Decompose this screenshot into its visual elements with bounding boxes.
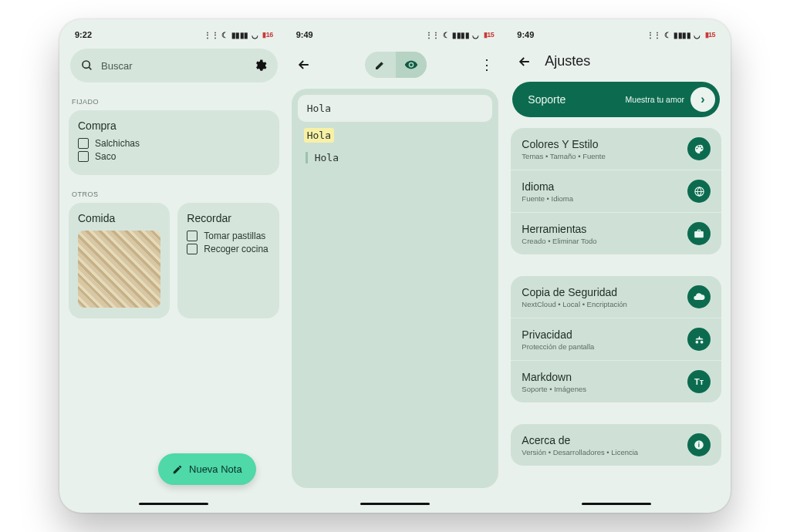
note-card-recordar[interactable]: Recordar Tomar pastillas Recoger cocina bbox=[177, 203, 279, 318]
dnd-icon: ☾ bbox=[221, 31, 228, 39]
checklist-item[interactable]: Recoger cocina bbox=[187, 244, 269, 254]
search-icon bbox=[81, 59, 93, 72]
note-image bbox=[78, 231, 160, 308]
signal-icon: ▮▮▮▮ bbox=[231, 31, 248, 39]
settings-item-sub: Protección de pantalla bbox=[522, 342, 594, 351]
settings-item-sub: Soporte • Imágenes bbox=[522, 385, 586, 393]
status-icons: ⋮⋮ ☾ ▮▮▮▮ ◡ ▮16 bbox=[204, 31, 273, 39]
settings-item-language[interactable]: Idioma Fuente • Idioma bbox=[511, 170, 721, 213]
status-time: 9:49 bbox=[296, 30, 313, 39]
dnd-icon: ☾ bbox=[664, 31, 671, 39]
support-button[interactable]: Soporte Muestra tu amor › bbox=[512, 82, 720, 117]
settings-item-sub: NextCloud • Local • Encriptación bbox=[522, 300, 627, 308]
settings-item-title: Idioma bbox=[522, 180, 573, 193]
checklist-label: Tomar pastillas bbox=[204, 231, 265, 241]
palette-icon bbox=[687, 137, 711, 160]
status-icons: ⋮⋮ ☾ ▮▮▮▮ ◡ ▮15 bbox=[425, 31, 495, 39]
nav-handle[interactable] bbox=[139, 503, 208, 506]
new-note-fab[interactable]: Nueva Nota bbox=[158, 453, 256, 485]
checkbox-icon[interactable] bbox=[187, 231, 198, 241]
settings-item-sub: Creado • Eliminar Todo bbox=[522, 237, 596, 245]
search-placeholder: Buscar bbox=[101, 60, 253, 72]
chevron-right-icon: › bbox=[690, 87, 715, 112]
svg-text:i: i bbox=[698, 442, 700, 449]
settings-item-sub: Fuente • Idioma bbox=[522, 194, 573, 203]
battery-icon: ▮15 bbox=[705, 31, 716, 39]
checklist-item[interactable]: Salchichas bbox=[78, 138, 270, 149]
checklist-label: Saco bbox=[95, 151, 116, 162]
note-line-highlighted: Hola bbox=[304, 128, 334, 143]
settings-item-title: Copia de Seguridad bbox=[522, 286, 627, 298]
device-frame: 9:22 ⋮⋮ ☾ ▮▮▮▮ ◡ ▮16 Buscar FIJADO Compr… bbox=[59, 19, 731, 513]
note-card-comida[interactable]: Comida bbox=[69, 203, 170, 318]
fab-label: Nueva Nota bbox=[189, 463, 242, 475]
preview-mode-icon[interactable] bbox=[396, 52, 427, 78]
status-icons: ⋮⋮ ☾ ▮▮▮▮ ◡ ▮15 bbox=[647, 31, 716, 39]
status-time: 9:22 bbox=[75, 30, 92, 39]
text-icon: Tт bbox=[687, 370, 711, 393]
status-time: 9:49 bbox=[517, 30, 534, 39]
cloud-icon bbox=[687, 285, 711, 308]
status-bar: 9:49 ⋮⋮ ☾ ▮▮▮▮ ◡ ▮15 bbox=[290, 27, 501, 49]
nav-handle[interactable] bbox=[582, 503, 651, 506]
section-label-pinned: FIJADO bbox=[72, 98, 276, 106]
gear-icon[interactable] bbox=[253, 59, 267, 72]
settings-item-tools[interactable]: Herramientas Creado • Eliminar Todo bbox=[511, 213, 721, 254]
checklist-label: Salchichas bbox=[95, 138, 140, 149]
page-title: Ajustes bbox=[545, 53, 590, 69]
info-icon: i bbox=[687, 433, 711, 456]
card-title: Recordar bbox=[187, 212, 269, 224]
battery-icon: ▮16 bbox=[262, 31, 273, 39]
status-bar: 9:49 ⋮⋮ ☾ ▮▮▮▮ ◡ ▮15 bbox=[511, 27, 721, 49]
settings-item-title: Acerca de bbox=[522, 434, 638, 446]
settings-item-title: Herramientas bbox=[522, 223, 596, 235]
checkbox-icon[interactable] bbox=[78, 151, 89, 162]
wifi-icon: ◡ bbox=[252, 31, 258, 39]
card-title: Comida bbox=[78, 212, 160, 224]
back-arrow-icon[interactable] bbox=[296, 57, 312, 72]
incognito-icon bbox=[687, 328, 711, 351]
settings-item-backup[interactable]: Copia de Seguridad NextCloud • Local • E… bbox=[511, 276, 721, 318]
note-content-panel: Hola Hola Hola bbox=[292, 89, 499, 488]
svg-line-1 bbox=[89, 67, 91, 69]
pane-settings: 9:49 ⋮⋮ ☾ ▮▮▮▮ ◡ ▮15 Ajustes Soporte Mue… bbox=[511, 27, 721, 508]
pencil-icon bbox=[172, 464, 183, 475]
settings-item-about[interactable]: Acerca de Versión • Desarrolladores • Li… bbox=[511, 424, 721, 466]
bluetooth-icon: ⋮⋮ bbox=[425, 31, 440, 39]
svg-point-0 bbox=[83, 61, 89, 68]
support-cta: Muestra tu amor bbox=[626, 95, 684, 104]
checkbox-icon[interactable] bbox=[78, 138, 89, 149]
search-bar[interactable]: Buscar bbox=[70, 49, 278, 82]
bluetooth-icon: ⋮⋮ bbox=[204, 31, 218, 39]
signal-icon: ▮▮▮▮ bbox=[674, 31, 690, 39]
signal-icon: ▮▮▮▮ bbox=[452, 31, 469, 39]
wifi-icon: ◡ bbox=[472, 31, 479, 39]
settings-list: Colores Y Estilo Temas • Tamaño • Fuente… bbox=[511, 128, 721, 466]
checklist-item[interactable]: Saco bbox=[78, 151, 270, 162]
settings-item-colors[interactable]: Colores Y Estilo Temas • Tamaño • Fuente bbox=[511, 128, 721, 170]
settings-item-sub: Versión • Desarrolladores • Licencia bbox=[522, 448, 638, 456]
support-label: Soporte bbox=[528, 93, 565, 106]
settings-topbar: Ajustes bbox=[511, 49, 721, 82]
back-arrow-icon[interactable] bbox=[517, 54, 532, 69]
settings-item-markdown[interactable]: Markdown Soporte • Imágenes Tт bbox=[511, 361, 721, 402]
edit-preview-toggle[interactable] bbox=[365, 52, 427, 78]
note-card-compra[interactable]: Compra Salchichas Saco bbox=[69, 110, 279, 175]
battery-icon: ▮15 bbox=[484, 31, 495, 39]
dnd-icon: ☾ bbox=[443, 31, 450, 39]
overflow-menu-icon[interactable]: ⋮ bbox=[480, 56, 494, 73]
status-bar: 9:22 ⋮⋮ ☾ ▮▮▮▮ ◡ ▮16 bbox=[69, 27, 279, 49]
pane-note-editor: 9:49 ⋮⋮ ☾ ▮▮▮▮ ◡ ▮15 ⋮ bbox=[290, 27, 501, 508]
bluetooth-icon: ⋮⋮ bbox=[647, 31, 661, 39]
edit-mode-icon[interactable] bbox=[365, 52, 396, 78]
checklist-item[interactable]: Tomar pastillas bbox=[187, 231, 269, 241]
briefcase-icon bbox=[687, 222, 711, 245]
settings-item-title: Privacidad bbox=[522, 328, 594, 341]
settings-item-title: Markdown bbox=[522, 371, 586, 383]
note-search-input[interactable]: Hola bbox=[298, 95, 493, 122]
settings-item-privacy[interactable]: Privacidad Protección de pantalla bbox=[511, 318, 721, 361]
card-title: Compra bbox=[78, 120, 270, 132]
note-line-indented: Hola bbox=[298, 149, 493, 167]
nav-handle[interactable] bbox=[360, 503, 430, 506]
checkbox-icon[interactable] bbox=[187, 244, 198, 254]
